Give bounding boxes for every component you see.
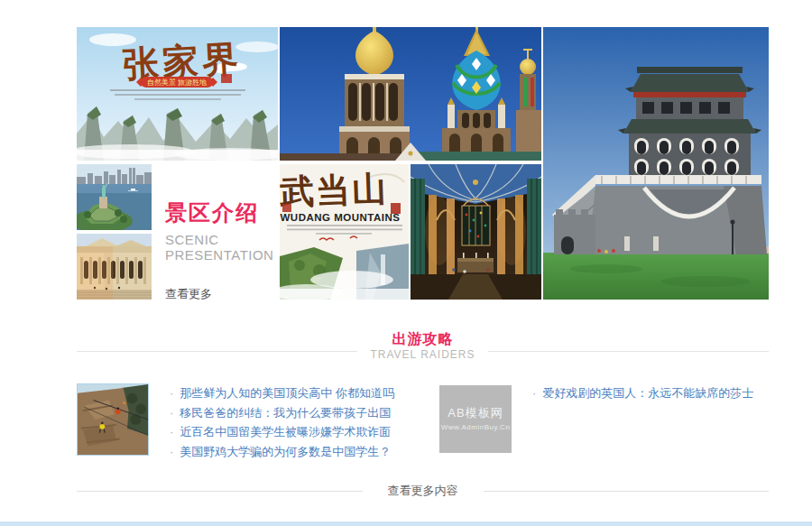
placeholder-url-text: Www.AdminBuy.Cn <box>439 423 512 431</box>
cathedral-interior-photo[interactable] <box>411 164 541 300</box>
scenic-intro-subtitle-line1: SCENIC <box>165 232 282 247</box>
scenic-intro-block: 景区介绍 SCENIC PRESENTATION 查看更多 <box>165 198 282 302</box>
article-link-label: 移民爸爸的纠结：我为什么要带孩子出国 <box>180 406 391 420</box>
travel-section-heading: 出游攻略 TRAVEL RAIDERS <box>77 331 769 361</box>
articles-row: ·那些鲜为人知的美国顶尖高中 你都知道吗 ·移民爸爸的纠结：我为什么要带孩子出国… <box>77 383 769 469</box>
article-list-right: ·爱好戏剧的英国人：永远不能缺席的莎士 <box>532 383 753 403</box>
gate-tower-photo-art <box>543 27 769 300</box>
divider-line <box>484 491 770 492</box>
article-link[interactable]: ·美国野鸡大学骗的为何多数是中国学生？ <box>170 442 394 462</box>
placeholder-brand-text: AB模板网 <box>439 385 512 421</box>
scenic-intro-subtitle: SCENIC PRESENTATION <box>165 232 282 263</box>
cathedral-interior-art <box>411 164 541 300</box>
bullet-icon: · <box>170 406 173 420</box>
divider-line <box>488 351 769 352</box>
placeholder-thumbnail[interactable]: AB模板网 Www.AdminBuy.Cn <box>439 385 512 453</box>
travel-section-title: 出游攻略 <box>370 331 475 347</box>
bullet-icon: · <box>170 425 173 438</box>
travel-section-subtitle: TRAVEL RAIDERS <box>370 348 475 361</box>
zhangjiajie-poster-image[interactable]: 张家界 自然美景 旅游胜地 <box>77 27 278 161</box>
wudang-title: 武当山 <box>280 168 389 212</box>
article-link[interactable]: ·移民爸爸的纠结：我为什么要带孩子出国 <box>170 403 394 423</box>
museum-photo[interactable] <box>77 234 152 300</box>
travel-heading-text: 出游攻略 TRAVEL RAIDERS <box>370 331 475 361</box>
bottom-accent-bar <box>0 521 812 526</box>
wudang-subtitle: WUDANG MOUNTAINS <box>281 212 401 223</box>
gate-tower-photo-image[interactable] <box>543 27 769 300</box>
bullet-icon: · <box>170 386 173 400</box>
travel-landing-page: 张家界 自然美景 旅游胜地 <box>0 0 812 526</box>
scenic-view-more-link[interactable]: 查看更多 <box>165 286 282 302</box>
article-list-left: ·那些鲜为人知的美国顶尖高中 你都知道吗 ·移民爸爸的纠结：我为什么要带孩子出国… <box>170 383 394 461</box>
zhangjiajie-banner-text: 自然美景 旅游胜地 <box>147 78 207 87</box>
bullet-icon: · <box>532 386 536 400</box>
article-link-label: 美国野鸡大学骗的为何多数是中国学生？ <box>180 445 391 458</box>
content-container: 张家界 自然美景 旅游胜地 <box>77 27 769 519</box>
bullet-icon: · <box>170 445 173 458</box>
article-link[interactable]: ·爱好戏剧的英国人：永远不能缺席的莎士 <box>532 383 753 403</box>
rock-climbing-art <box>78 384 148 455</box>
article-link-label: 近百名中国留美学生被曝涉嫌学术欺诈面 <box>180 425 391 438</box>
article-link-label: 那些鲜为人知的美国顶尖高中 你都知道吗 <box>180 386 394 400</box>
museum-photo-art <box>77 234 152 300</box>
article-link-label: 爱好戏剧的英国人：永远不能缺席的莎士 <box>542 386 753 400</box>
zhangjiajie-poster-art: 张家界 自然美景 旅游胜地 <box>77 27 278 161</box>
church-photo-art <box>280 27 541 161</box>
scenic-intro-subtitle-line2: PRESENTATION <box>165 247 282 263</box>
article-link[interactable]: ·近百名中国留美学生被曝涉嫌学术欺诈面 <box>170 422 394 442</box>
statue-of-liberty-art <box>77 164 152 230</box>
rock-climbing-thumbnail[interactable] <box>77 383 149 456</box>
wudang-poster-art: 武当山 WUDANG MOUNTAINS <box>280 164 409 300</box>
wudang-poster-image[interactable]: 武当山 WUDANG MOUNTAINS <box>280 164 409 300</box>
view-more-content-link[interactable]: 查看更多内容 <box>388 483 458 499</box>
statue-of-liberty-photo[interactable] <box>77 164 152 230</box>
divider-line <box>77 491 363 492</box>
church-photo-image[interactable] <box>280 27 541 161</box>
divider-line <box>77 351 357 352</box>
article-link[interactable]: ·那些鲜为人知的美国顶尖高中 你都知道吗 <box>170 383 394 403</box>
scenic-intro-title: 景区介绍 <box>165 198 282 227</box>
view-more-footer: 查看更多内容 <box>77 483 769 499</box>
